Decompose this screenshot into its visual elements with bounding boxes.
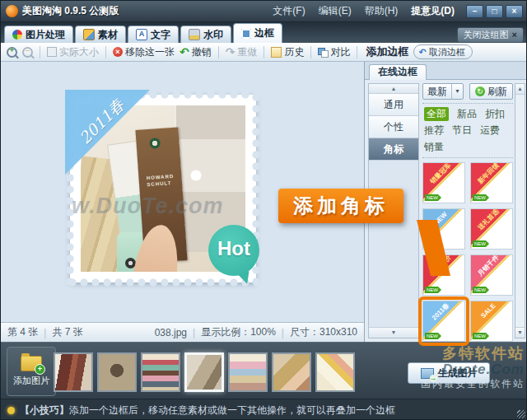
photo-thumbnail-1[interactable]: [54, 352, 93, 392]
photo-thumbnail-6[interactable]: [272, 352, 311, 392]
category-corner-mark[interactable]: 角标: [369, 138, 418, 161]
history-label: 历史: [284, 45, 304, 59]
border-style-thumbnail[interactable]: SALENEW: [470, 301, 513, 342]
cancel-border-icon: ↶: [418, 48, 426, 56]
chevron-down-icon: ▼: [451, 84, 463, 99]
filter-recommend[interactable]: 推荐: [424, 124, 444, 138]
tab-border[interactable]: 边框: [233, 23, 282, 43]
filename: 038.jpg: [155, 327, 187, 338]
zoom-out-button[interactable]: –: [20, 47, 35, 58]
tab-text[interactable]: A 文字: [128, 26, 179, 43]
zoom-level: 显示比例：100%: [201, 325, 276, 339]
close-image-group-button[interactable]: 关闭这组图×: [457, 27, 524, 43]
redo-icon: ↷: [226, 47, 236, 57]
new-tag: NEW: [425, 287, 441, 293]
filter-shipping[interactable]: 运费: [480, 124, 500, 138]
divider: [422, 157, 513, 158]
menu-help[interactable]: 帮助(H): [365, 4, 399, 18]
online-borders-tab[interactable]: 在线边框: [369, 64, 427, 80]
border-content: 最新 ▼ ↻ 刷新 全部 新品 折扣 推荐 节日 运费 销量: [422, 83, 513, 340]
generate-image-button[interactable]: 生成图片: [408, 362, 490, 384]
remove-current-button[interactable]: × 移除这一张: [110, 45, 177, 59]
actual-size-label: 实际大小: [59, 45, 99, 59]
actual-size-button[interactable]: 实际大小: [44, 45, 101, 59]
generate-image-label: 生成图片: [438, 366, 478, 380]
border-panel-header: 添加边框 ↶ 取消边框: [361, 44, 527, 59]
photo-thumbnail-5[interactable]: [228, 352, 268, 392]
separator: [264, 46, 264, 58]
photo-thumbnail-2[interactable]: [97, 352, 137, 392]
border-style-thumbnail[interactable]: NEWNEW: [422, 208, 465, 250]
tab-image-processing[interactable]: 图片处理: [4, 26, 73, 43]
stamp-framed-photo[interactable]: HOWARD SCHULT 2011春 Hot: [70, 95, 256, 282]
main-tab-bar: 图片处理 素材 A 文字 水印 边框 关闭这组图×: [1, 22, 527, 43]
filter-all[interactable]: 全部: [424, 107, 449, 121]
tip-prefix: 【小技巧】: [20, 404, 69, 416]
scroll-up-icon[interactable]: ▲: [515, 84, 525, 95]
sort-dropdown[interactable]: 最新 ▼: [422, 83, 464, 100]
corner-ribbon-2011[interactable]: 2011春: [65, 90, 151, 175]
corner-banner-label: 2011春: [423, 301, 460, 332]
filter-new[interactable]: 新品: [457, 107, 477, 121]
redo-button[interactable]: ↷ 重做: [223, 45, 260, 59]
menu-file[interactable]: 文件(F): [273, 4, 305, 18]
border-style-thumbnail[interactable]: 送礼首选NEW: [470, 208, 513, 250]
scrollbar[interactable]: ▲ ▼: [515, 83, 525, 338]
separator: |: [193, 327, 195, 338]
border-style-thumbnail[interactable]: 月销千件NEW: [470, 254, 513, 296]
filter-sales[interactable]: 销量: [424, 140, 444, 154]
redo-label: 重做: [237, 45, 257, 59]
menu-feedback[interactable]: 提意见(D): [411, 4, 455, 18]
image-index: 第 4 张: [7, 325, 38, 339]
filter-discount[interactable]: 折扣: [485, 107, 505, 121]
photo-thumbnail-3[interactable]: [141, 352, 180, 392]
filter-festival[interactable]: 节日: [452, 124, 472, 138]
corner-banner-label: 销量冠军: [423, 163, 460, 194]
hot-bubble-sticker[interactable]: Hot: [208, 225, 259, 276]
photo-thumbnail-4-selected[interactable]: [184, 352, 224, 392]
history-icon: [271, 47, 282, 58]
tab-watermark[interactable]: 水印: [180, 26, 231, 43]
border-style-thumbnail[interactable]: 2011春NEW: [422, 301, 465, 342]
separator: |: [282, 327, 284, 338]
tab-materials[interactable]: 素材: [75, 26, 126, 43]
maximize-button[interactable]: □: [486, 5, 503, 18]
add-corner-mark-callout: 添加角标: [278, 189, 403, 223]
tip-text: 添加一个边框后，移动任意素材或做一下其他操作，就可以再叠加一个边框: [69, 404, 395, 416]
lightbulb-icon: [7, 407, 15, 414]
image-total: 共 7 张: [52, 325, 82, 339]
photo-thumbnail-7[interactable]: [315, 352, 355, 392]
border-style-thumbnail[interactable]: 新年回馈NEW: [470, 162, 513, 203]
undo-button[interactable]: ↶ 撤销: [177, 45, 214, 59]
generate-image-icon: [421, 368, 434, 379]
corner-banner-label: NEW: [423, 209, 460, 238]
category-general[interactable]: 通用: [369, 94, 418, 116]
category-scroll-up-button[interactable]: ▲: [369, 84, 418, 94]
hot-label: Hot: [208, 237, 259, 260]
compare-button[interactable]: 对比: [315, 45, 352, 59]
close-button[interactable]: ×: [506, 5, 523, 18]
separator: |: [44, 327, 46, 338]
minimize-button[interactable]: –: [466, 5, 483, 18]
category-scroll-down-button[interactable]: ▼: [369, 327, 418, 338]
new-tag: NEW: [473, 333, 489, 339]
refresh-icon: ↻: [475, 86, 485, 96]
add-image-button[interactable]: 添加图片: [7, 347, 56, 396]
border-style-thumbnail[interactable]: 销量冠军NEW: [422, 162, 465, 203]
new-tag: NEW: [425, 194, 441, 201]
refresh-button[interactable]: ↻ 刷新: [469, 83, 513, 100]
history-button[interactable]: 历史: [268, 45, 306, 59]
new-tag: NEW: [425, 333, 441, 339]
separator: [40, 46, 40, 58]
corner-banner-label: 月销千件: [471, 255, 508, 286]
scroll-down-icon[interactable]: ▼: [515, 327, 525, 338]
cancel-border-button[interactable]: ↶ 取消边框: [413, 44, 472, 59]
ribbon-label: 2011春: [64, 84, 140, 160]
category-personality[interactable]: 个性: [369, 116, 418, 138]
zoom-in-button[interactable]: +: [1, 47, 20, 58]
corner-banner-label: SALE: [471, 301, 508, 330]
menu-edit[interactable]: 编辑(E): [319, 4, 352, 18]
tab-label: 水印: [203, 28, 223, 42]
resize-grip[interactable]: [517, 410, 525, 418]
border-style-thumbnail[interactable]: 全场特价NEW: [422, 254, 465, 296]
